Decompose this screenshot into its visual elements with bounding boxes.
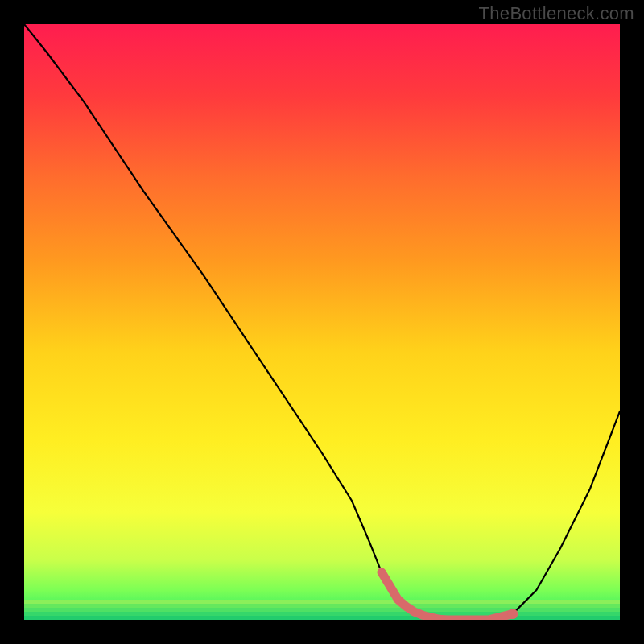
background-rect <box>24 24 620 620</box>
bottom-stripe <box>24 600 620 604</box>
bottom-stripe <box>24 612 620 616</box>
highlight-end-dot <box>507 609 518 619</box>
bottom-stripe <box>24 604 620 608</box>
plot-area <box>24 24 620 620</box>
chart-frame: TheBottleneck.com <box>0 0 644 644</box>
watermark-text: TheBottleneck.com <box>479 3 634 24</box>
bottom-stripe <box>24 608 620 612</box>
bottom-stripe <box>24 616 620 620</box>
bottom-stripes <box>24 600 620 620</box>
chart-svg <box>24 24 620 620</box>
